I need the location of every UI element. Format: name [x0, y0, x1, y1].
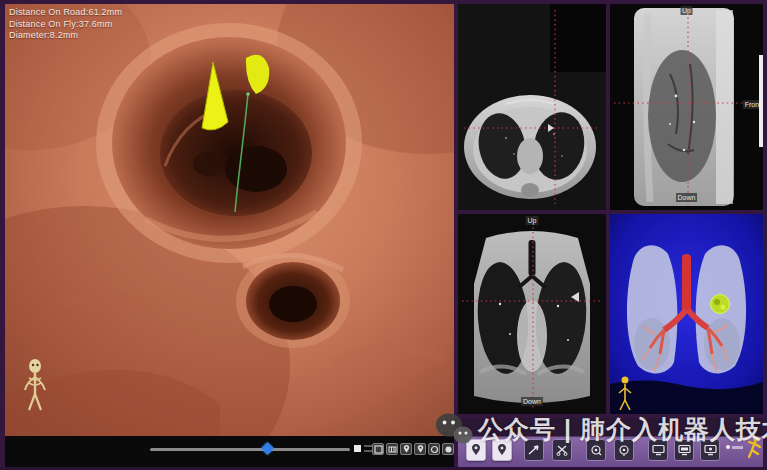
sagittal-ct-view[interactable]: Up Front Down [610, 4, 763, 210]
lung-3d-map-view[interactable] [610, 214, 763, 414]
record-icon[interactable] [442, 443, 454, 455]
playback-bar [5, 436, 454, 467]
diameter: Diameter:8.2mm [9, 30, 122, 42]
right-toolbar [458, 418, 763, 467]
orientation-label-down: Down [521, 397, 543, 406]
status-indicator-label [732, 446, 743, 449]
sagittal-ct-image [610, 4, 763, 210]
slider-endstop [354, 445, 361, 452]
orientation-label-down: Down [676, 193, 698, 202]
target-alt-icon[interactable] [614, 439, 634, 461]
waypoint-record-icon[interactable] [414, 443, 426, 455]
lung-3d-render [610, 214, 763, 414]
window-icon[interactable] [372, 443, 384, 455]
scissors-icon[interactable] [552, 439, 572, 461]
distance-on-road: Distance On Road:61.2mm [9, 7, 122, 19]
distance-on-fly: Distance On Fly:37.6mm [9, 19, 122, 31]
nodule-marker [711, 295, 730, 314]
measurement-overlay: Distance On Road:61.2mm Distance On Fly:… [9, 7, 122, 42]
orientation-label-up: Up [526, 216, 539, 225]
target-icon[interactable] [586, 439, 606, 461]
route-plan-icon[interactable] [524, 439, 544, 461]
axial-ct-view[interactable] [458, 4, 606, 210]
status-indicator-dot[interactable] [726, 445, 730, 449]
axial-ct-image [458, 4, 606, 210]
runner-icon[interactable] [746, 435, 762, 465]
slider-thumb[interactable] [261, 442, 274, 455]
waypoint-play-icon[interactable] [400, 443, 412, 455]
waypoint-pin-alt-icon[interactable] [492, 439, 512, 461]
monitor-icon[interactable] [648, 439, 668, 461]
waypoint-pin-icon[interactable] [466, 439, 486, 461]
scrollbar-sliver[interactable] [759, 55, 763, 147]
monitor-3-icon[interactable] [700, 439, 720, 461]
app-window: Distance On Road:61.2mm Distance On Fly:… [0, 0, 767, 470]
endoscopic-3d-view[interactable]: Distance On Road:61.2mm Distance On Fly:… [5, 4, 454, 436]
orientation-label-up: Up [680, 6, 693, 15]
airway-render [5, 4, 454, 436]
fly-through-slider[interactable] [150, 448, 350, 451]
film-strip-icon[interactable] [386, 443, 398, 455]
camera-icon[interactable] [428, 443, 440, 455]
coronal-ct-image [458, 214, 606, 414]
coronal-ct-view[interactable]: Up Down [458, 214, 606, 414]
monitor-2-icon[interactable] [674, 439, 694, 461]
